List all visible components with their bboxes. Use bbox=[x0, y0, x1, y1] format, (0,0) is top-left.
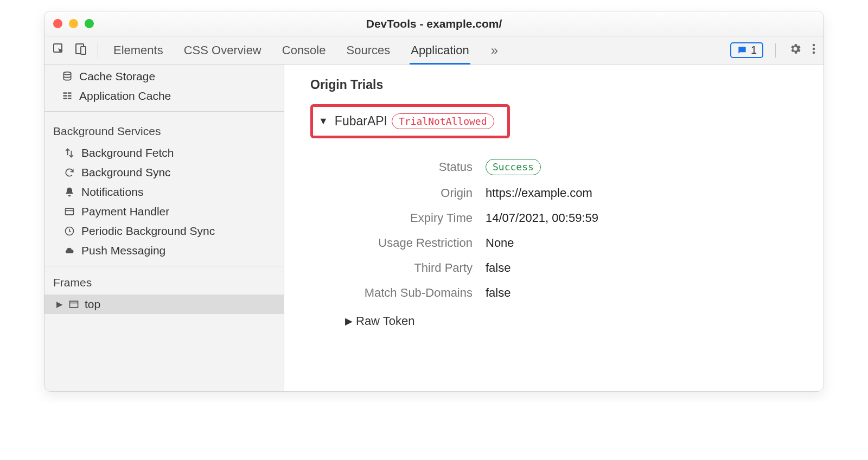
row-usage-restriction: Usage Restriction None bbox=[320, 231, 807, 255]
transfer-icon bbox=[63, 148, 76, 158]
expand-triangle-icon[interactable]: ▶ bbox=[56, 299, 63, 309]
minimize-window-icon[interactable] bbox=[69, 19, 78, 28]
sidebar-item-periodic-sync[interactable]: Periodic Background Sync bbox=[44, 221, 284, 241]
more-tabs-icon[interactable]: » bbox=[491, 43, 498, 58]
sidebar-group-background: Background Services Background Fetch Bac… bbox=[44, 112, 284, 266]
zoom-window-icon[interactable] bbox=[85, 19, 94, 28]
sidebar-item-label: Application Cache bbox=[79, 90, 171, 103]
sidebar-item-label: Payment Handler bbox=[81, 205, 169, 218]
trial-status-pill: TrialNotAllowed bbox=[392, 113, 494, 129]
raw-token-label: Raw Token bbox=[356, 314, 414, 328]
sidebar-group-frames: Frames ▶ top bbox=[44, 266, 284, 320]
sidebar-item-application-cache[interactable]: Application Cache bbox=[44, 86, 284, 106]
label-usage-restriction: Usage Restriction bbox=[320, 236, 486, 250]
application-sidebar: Cache Storage Application Cache Backgrou… bbox=[44, 65, 284, 391]
sidebar-item-push-messaging[interactable]: Push Messaging bbox=[44, 241, 284, 260]
toolbar-left bbox=[52, 42, 101, 59]
svg-rect-12 bbox=[68, 98, 72, 99]
collapse-triangle-icon[interactable]: ▼ bbox=[318, 116, 328, 127]
label-status: Status bbox=[320, 160, 486, 174]
tab-elements[interactable]: Elements bbox=[113, 37, 163, 64]
toolbar-right: 1 bbox=[730, 42, 816, 59]
frame-name: top bbox=[85, 298, 100, 311]
sidebar-item-label: Notifications bbox=[81, 186, 143, 199]
svg-rect-10 bbox=[68, 95, 72, 97]
origin-trial-highlight: ▼ FubarAPI TrialNotAllowed bbox=[310, 104, 510, 138]
trial-details-table: Status Success Origin https://example.co… bbox=[320, 154, 807, 305]
devtools-tabs: Elements CSS Overview Console Sources Ap… bbox=[113, 37, 498, 64]
database-icon bbox=[61, 71, 74, 82]
svg-rect-13 bbox=[66, 208, 74, 215]
label-expiry: Expiry Time bbox=[320, 211, 486, 225]
tab-sources[interactable]: Sources bbox=[346, 37, 390, 64]
sidebar-item-label: Cache Storage bbox=[79, 70, 155, 83]
bell-icon bbox=[63, 187, 76, 197]
panel-title: Origin Trials bbox=[310, 78, 807, 92]
sidebar-item-background-fetch[interactable]: Background Fetch bbox=[44, 143, 284, 163]
sidebar-heading-background: Background Services bbox=[44, 114, 284, 143]
close-window-icon[interactable] bbox=[53, 19, 62, 28]
sidebar-item-cache-storage[interactable]: Cache Storage bbox=[44, 67, 284, 86]
expand-triangle-icon[interactable]: ▶ bbox=[345, 315, 353, 327]
row-match-subdomains: Match Sub-Domains false bbox=[320, 280, 807, 305]
sidebar-group-cache: Cache Storage Application Cache bbox=[44, 65, 284, 112]
grid-icon bbox=[61, 91, 74, 101]
tab-console[interactable]: Console bbox=[282, 37, 326, 64]
svg-point-5 bbox=[813, 51, 815, 53]
sidebar-item-label: Background Fetch bbox=[81, 146, 174, 159]
value-third-party: false bbox=[486, 261, 510, 275]
label-third-party: Third Party bbox=[320, 261, 486, 275]
row-expiry: Expiry Time 14/07/2021, 00:59:59 bbox=[320, 206, 807, 231]
sidebar-item-label: Periodic Background Sync bbox=[81, 225, 215, 238]
traffic-lights bbox=[53, 19, 94, 28]
svg-rect-9 bbox=[63, 95, 67, 97]
value-expiry: 14/07/2021, 00:59:59 bbox=[486, 211, 598, 225]
svg-rect-7 bbox=[63, 92, 67, 94]
row-origin: Origin https://example.com bbox=[320, 181, 807, 206]
svg-rect-8 bbox=[68, 92, 72, 94]
issues-badge[interactable]: 1 bbox=[730, 42, 763, 58]
titlebar: DevTools - example.com/ bbox=[44, 11, 824, 36]
svg-rect-2 bbox=[81, 47, 86, 54]
devtools-toolbar: Elements CSS Overview Console Sources Ap… bbox=[44, 36, 824, 65]
svg-rect-16 bbox=[70, 301, 78, 308]
sidebar-item-label: Background Sync bbox=[81, 166, 171, 179]
sidebar-item-frame-top[interactable]: ▶ top bbox=[44, 295, 284, 314]
window-icon bbox=[67, 299, 80, 310]
tab-application[interactable]: Application bbox=[411, 37, 469, 64]
devtools-window: DevTools - example.com/ Elements CSS Ove… bbox=[44, 11, 824, 392]
svg-point-6 bbox=[63, 72, 71, 75]
sidebar-item-payment-handler[interactable]: Payment Handler bbox=[44, 202, 284, 221]
settings-icon[interactable] bbox=[789, 42, 802, 59]
sidebar-heading-frames: Frames bbox=[44, 269, 284, 295]
sidebar-item-notifications[interactable]: Notifications bbox=[44, 182, 284, 202]
cloud-icon bbox=[63, 245, 76, 256]
value-match-subdomains: false bbox=[486, 286, 510, 300]
svg-point-3 bbox=[813, 43, 815, 46]
raw-token-row[interactable]: ▶ Raw Token bbox=[345, 314, 807, 328]
device-toolbar-icon[interactable] bbox=[74, 42, 87, 59]
tab-css-overview[interactable]: CSS Overview bbox=[184, 37, 261, 64]
inspect-element-icon[interactable] bbox=[52, 42, 65, 59]
status-value-pill: Success bbox=[486, 159, 541, 175]
application-main-panel: Origin Trials ▼ FubarAPI TrialNotAllowed… bbox=[284, 65, 824, 391]
window-title: DevTools - example.com/ bbox=[44, 17, 824, 30]
clock-icon bbox=[63, 226, 76, 237]
issues-count: 1 bbox=[751, 44, 757, 56]
sidebar-item-label: Push Messaging bbox=[81, 244, 165, 257]
kebab-menu-icon[interactable] bbox=[812, 42, 816, 59]
svg-point-4 bbox=[813, 47, 815, 49]
row-third-party: Third Party false bbox=[320, 255, 807, 280]
row-status: Status Success bbox=[320, 154, 807, 180]
label-origin: Origin bbox=[320, 186, 486, 200]
value-usage-restriction: None bbox=[486, 236, 514, 250]
credit-card-icon bbox=[63, 206, 76, 217]
sync-icon bbox=[63, 167, 76, 178]
content-area: Cache Storage Application Cache Backgrou… bbox=[44, 65, 824, 391]
svg-rect-11 bbox=[63, 98, 67, 99]
label-match-subdomains: Match Sub-Domains bbox=[320, 286, 486, 300]
toolbar-divider bbox=[98, 43, 98, 58]
toolbar-divider bbox=[775, 43, 776, 58]
trial-name: FubarAPI bbox=[335, 114, 387, 129]
sidebar-item-background-sync[interactable]: Background Sync bbox=[44, 163, 284, 182]
